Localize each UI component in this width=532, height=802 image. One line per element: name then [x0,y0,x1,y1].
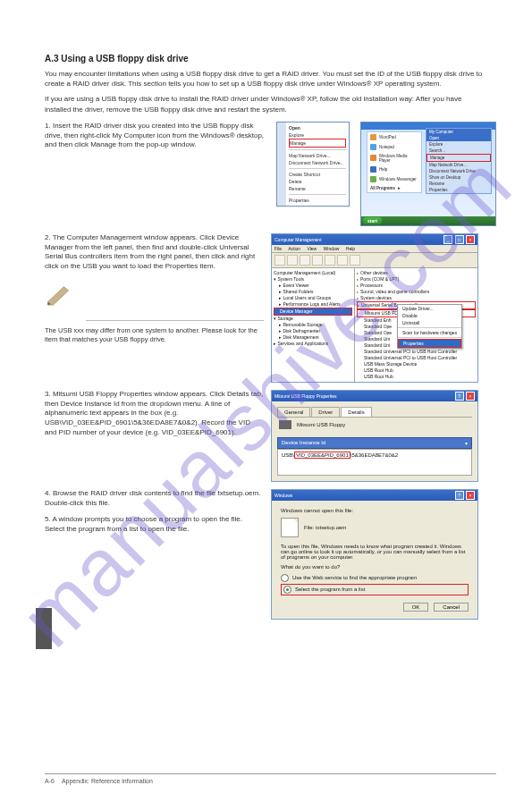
compmgmt-toolbar[interactable] [272,253,477,268]
compmgmt-title: Computer Management [274,237,322,242]
ctx-item-explore[interactable]: Explore [289,131,346,139]
step-2-text: 2. The Computer Management window appear… [45,233,264,383]
file-name: txtsetup.oem [316,525,346,530]
startmenu-right-search[interactable]: Search... [426,148,491,154]
startmenu-left-all-programs[interactable]: All Programs ▸ [367,184,421,192]
ctx-item-shortcut[interactable]: Create Shortcut [289,171,346,178]
maximize-icon[interactable]: □ [455,235,464,244]
cancel-button[interactable]: Cancel [434,603,469,612]
cannot-open-text: Windows cannot open this file: [281,508,469,513]
ctx-item-properties[interactable]: Properties [289,197,346,204]
compmgmt-tree[interactable]: Computer Management (Local) ▾ System Too… [272,268,355,382]
tab-general[interactable]: General [277,407,310,417]
intro-paragraph-1: You may encounter limitations when using… [45,69,483,89]
screenshot-open-with-dialog: Windows ? × Windows cannot open this fil… [271,489,478,620]
startmenu-right-manage[interactable]: Manage [426,154,491,162]
startmenu-right-map[interactable]: Map Network Drive... [426,162,491,168]
startmenu-right-open[interactable]: Open [426,135,491,141]
tab-driver[interactable]: Driver [311,407,340,417]
close-icon[interactable]: × [466,491,475,500]
help-icon[interactable]: ? [455,392,464,401]
screenshot-context-menu: Open Explore Manage Map Network Drive...… [276,122,350,207]
explain-text: To open this file, Windows needs to know… [281,544,469,560]
opendlg-title: Windows [274,493,292,498]
section-heading: A.3 Using a USB floppy disk drive [45,54,496,63]
startmenu-right-explore[interactable]: Explore [426,141,491,148]
startmenu-left-messenger[interactable]: Windows Messenger [367,174,421,184]
startmenu-right-show[interactable]: Show on Desktop [426,174,491,181]
details-combobox[interactable]: Device Instance Id ▾ [277,437,472,449]
startmenu-left-wmp[interactable]: Windows Media Player [367,152,421,165]
step-4-5-text: 4. Browse the RAID driver disk contents … [45,489,264,620]
device-instance-value: USB\VID_03EE&PID_6901\5&36EDA8E7&0&2 [277,449,472,476]
step-1-text: 1. Insert the RAID driver disk you creat… [45,122,269,226]
file-icon [281,518,299,537]
footer-label: Appendix: Reference information [62,778,153,784]
start-button[interactable]: start [363,217,382,224]
intro-paragraph-2: If you are using a USB floppy disk drive… [45,94,483,114]
screenshot-computer-management: Computer Management _ □ × File Action Vi… [271,233,478,383]
startmenu-left-help[interactable]: Help [367,165,421,174]
propdlg-tabs[interactable]: General Driver Details [277,407,472,418]
usb-icon [279,420,291,429]
note-pen-icon [45,283,77,308]
close-icon[interactable]: × [466,392,475,401]
ctx-item-delete[interactable]: Delete [289,178,346,185]
ctx-item-rename[interactable]: Rename [289,185,346,192]
ctx-item-manage[interactable]: Manage [289,139,346,148]
close-icon[interactable]: × [466,235,475,244]
tree-device-manager[interactable]: Device Manager [274,308,352,316]
chevron-down-icon: ▾ [465,440,468,446]
footer-page-number: A-6 [45,778,55,784]
page-footer: A-6 Appendix: Reference information [45,773,496,784]
ctx-item-open[interactable]: Open [289,124,346,131]
note-text: The USB xxx may differ from one system t… [45,326,264,344]
ctx-item-map-drive[interactable]: Map Network Drive... [289,152,346,159]
question-text: What do you want to do? [281,564,469,570]
minimize-icon[interactable]: _ [443,235,452,244]
ctx-item-disconnect-drive[interactable]: Disconnect Network Drive... [289,159,346,166]
startmenu-left-notepad[interactable]: Notepad [367,142,421,152]
startmenu-title: My Computer [426,129,491,135]
device-context-menu[interactable]: Update Driver... Disable Uninstall Scan … [397,304,462,349]
file-label: File: [304,525,314,530]
propdlg-title: Mitsumi USB Floppy Properties [274,393,336,399]
screenshot-start-menu: WordPad Notepad Windows Media Player Hel… [360,122,496,226]
startmenu-right-rename[interactable]: Rename [426,181,491,187]
device-name: Mitsumi USB Floppy [297,422,345,427]
startmenu-right-properties[interactable]: Properties [426,187,491,193]
startmenu-left-wordpad[interactable]: WordPad [367,132,421,142]
step-3-text: 3. Mitsumi USB Floppy Properties window … [45,390,264,482]
screenshot-properties-dialog: Mitsumi USB Floppy Properties ? × Genera… [271,390,478,482]
help-icon[interactable]: ? [455,491,464,500]
startmenu-right-disconnect[interactable]: Disconnect Network Drive [426,168,491,174]
compmgmt-menubar[interactable]: File Action View Window Help [272,245,477,253]
tab-details[interactable]: Details [341,407,371,417]
ctx-properties[interactable]: Properties [398,339,461,348]
ok-button[interactable]: OK [403,603,429,612]
radio-select-from-list[interactable]: Select the program from a list [281,584,469,595]
radio-use-web[interactable]: Use the Web service to find the appropri… [281,574,469,582]
